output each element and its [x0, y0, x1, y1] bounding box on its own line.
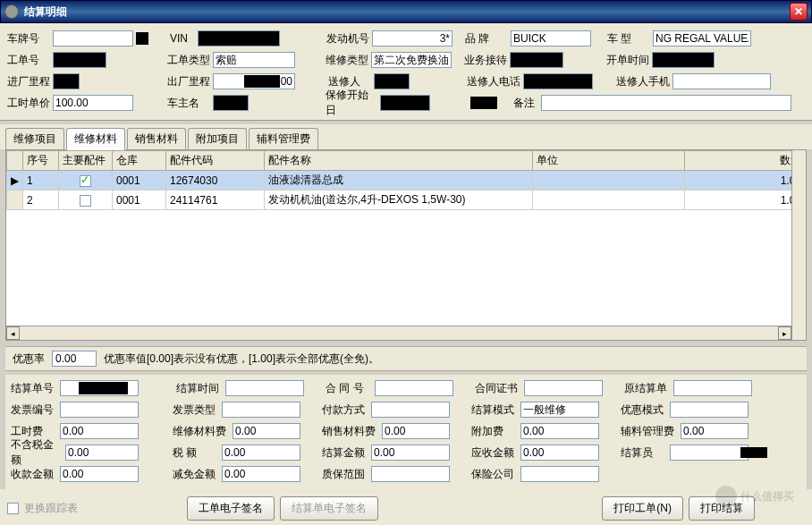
brand-field[interactable]: [511, 30, 591, 47]
settle-mode-label: 结算模式: [469, 402, 518, 418]
receipt-field[interactable]: [60, 466, 139, 482]
invoice-type-field[interactable]: [222, 402, 300, 418]
tax-field[interactable]: [222, 445, 300, 461]
table-row[interactable]: ▶ 1 0001 12674030 油液滤清器总成 1.00: [7, 171, 806, 191]
orig-settle-field[interactable]: [673, 380, 752, 396]
settle-no-label: 结算单号: [9, 381, 57, 396]
contract-cert-field[interactable]: [524, 380, 603, 396]
tab-aux-fee[interactable]: 辅料管理费: [249, 128, 318, 149]
insurer-field[interactable]: [520, 466, 599, 482]
warranty-scope-field[interactable]: [371, 466, 450, 482]
settle-time-field[interactable]: [225, 380, 304, 396]
warranty-scope-label: 质保范围: [320, 467, 368, 482]
receivable-label: 应收金额: [469, 445, 518, 461]
vertical-scrollbar[interactable]: [791, 150, 806, 340]
print-sheet-button[interactable]: 打印工单(N): [602, 496, 683, 521]
settler-field[interactable]: [670, 445, 749, 461]
material-fee-field[interactable]: [233, 423, 300, 439]
horizontal-scrollbar[interactable]: ◂ ▸: [6, 326, 791, 340]
workno-field[interactable]: [53, 52, 106, 68]
orig-settle-label: 原结算单: [622, 381, 671, 396]
model-field[interactable]: [653, 30, 751, 47]
tab-repair-items[interactable]: 维修项目: [5, 128, 64, 149]
invoice-no-label: 发票编号: [9, 402, 57, 418]
mile-in-label: 进厂里程: [5, 74, 50, 89]
scroll-left-icon[interactable]: ◂: [6, 326, 20, 340]
mile-in-field[interactable]: [53, 73, 80, 89]
contract-no-label: 合 同 号: [324, 381, 372, 396]
repairtype-field[interactable]: [371, 52, 452, 68]
plate-label: 车牌号: [5, 31, 50, 47]
extra-fee-field[interactable]: [520, 423, 599, 439]
window-title: 结算明细: [24, 4, 790, 20]
invoice-type-label: 发票类型: [171, 402, 219, 418]
settle-amt-label: 结算金额: [320, 445, 368, 461]
engine-field[interactable]: [372, 30, 453, 47]
opentime-field[interactable]: [652, 52, 715, 68]
hour-fee-label: 工时费: [9, 424, 57, 439]
grid-header: 序号 主要配件 仓库 配件代码 配件名称 单位 数量: [7, 151, 806, 171]
close-icon[interactable]: ✕: [790, 3, 808, 21]
worktype-field[interactable]: [213, 52, 295, 68]
tab-strip: 维修项目 维修材料 销售材料 附加项目 辅料管理费: [0, 124, 812, 149]
scroll-right-icon[interactable]: ▸: [778, 326, 791, 340]
receivable-field[interactable]: [520, 445, 599, 461]
notax-field[interactable]: [65, 445, 139, 461]
checkbox-icon[interactable]: [80, 175, 91, 187]
settlement-form: 结算单号 结算时间 合 同 号 合同证书 原结算单 发票编号 发票类型 付款方式…: [5, 375, 807, 489]
sender-mobile-field[interactable]: [672, 73, 771, 89]
receipt-label: 收款金额: [9, 467, 57, 482]
insurer-label: 保险公司: [469, 467, 518, 482]
sheet-sign-button[interactable]: 工单电子签名: [187, 496, 275, 521]
plate-field[interactable]: [53, 30, 133, 47]
repairtype-label: 维修类型: [324, 53, 368, 68]
sender-phone-field[interactable]: [523, 73, 593, 89]
warranty-field[interactable]: [380, 95, 430, 111]
aux-fee-label: 辅料管理费: [619, 424, 678, 439]
checkbox-icon[interactable]: [80, 195, 91, 207]
sender-mobile-label: 送修人手机: [614, 74, 670, 89]
hourprice-field[interactable]: [53, 95, 133, 111]
invoice-no-field[interactable]: [60, 402, 139, 418]
sender-label: 送修人: [326, 74, 371, 89]
tracking-checkbox[interactable]: [7, 503, 19, 514]
discount-rate-label: 优惠率: [13, 351, 45, 367]
remark-field[interactable]: [541, 95, 791, 111]
worktype-label: 工单类型: [165, 53, 210, 68]
owner-field[interactable]: [213, 95, 249, 111]
tab-repair-material[interactable]: 维修材料: [66, 128, 125, 150]
service-field[interactable]: [510, 52, 563, 68]
aux-fee-field[interactable]: [681, 423, 749, 439]
opentime-label: 开单时间: [605, 53, 649, 68]
deduct-field[interactable]: [222, 466, 300, 482]
contract-no-field[interactable]: [375, 380, 453, 396]
settle-amt-field[interactable]: [371, 445, 450, 461]
app-icon: [4, 4, 19, 19]
deduct-label: 减免金额: [171, 467, 219, 482]
model-label: 车 型: [605, 31, 650, 47]
hourprice-label: 工时单价: [5, 96, 50, 111]
discount-rate-field[interactable]: [52, 351, 97, 367]
engine-label: 发动机号: [325, 31, 369, 47]
notax-label: 不含税金额: [9, 437, 63, 468]
pay-method-field[interactable]: [371, 402, 450, 418]
sale-fee-field[interactable]: [382, 423, 450, 439]
pref-mode-field[interactable]: [670, 402, 749, 418]
pay-method-label: 付款方式: [320, 402, 368, 418]
header-form: 车牌号 VIN 发动机号 品 牌 车 型 工单号 工单类型 维修类型 业务接待 …: [0, 23, 812, 121]
tax-label: 税 额: [171, 445, 219, 461]
title-bar: 结算明细 ✕: [0, 0, 812, 23]
settle-sign-button[interactable]: 结算单电子签名: [280, 496, 378, 521]
discount-bar: 优惠率 优惠率值[0.00]表示没有优惠，[1.00]表示全部优惠(全免)。: [5, 346, 807, 371]
sale-fee-label: 销售材料费: [320, 424, 379, 439]
vin-field[interactable]: [198, 30, 280, 47]
data-grid[interactable]: 序号 主要配件 仓库 配件代码 配件名称 单位 数量 ▶ 1 0001 1267…: [5, 149, 807, 341]
warranty-label: 保修开始日: [324, 88, 377, 118]
table-row[interactable]: 2 0001 24114761 发动机机油(道达尔,4升-DEXOS 1,5W-…: [7, 191, 806, 210]
settle-mode-field[interactable]: [520, 402, 599, 418]
tab-sale-material[interactable]: 销售材料: [127, 128, 186, 149]
print-settle-button[interactable]: 打印结算: [689, 496, 755, 521]
settler-label: 结算员: [619, 445, 667, 461]
tab-extra-items[interactable]: 附加项目: [188, 128, 247, 149]
owner-label: 车主名: [165, 96, 210, 111]
